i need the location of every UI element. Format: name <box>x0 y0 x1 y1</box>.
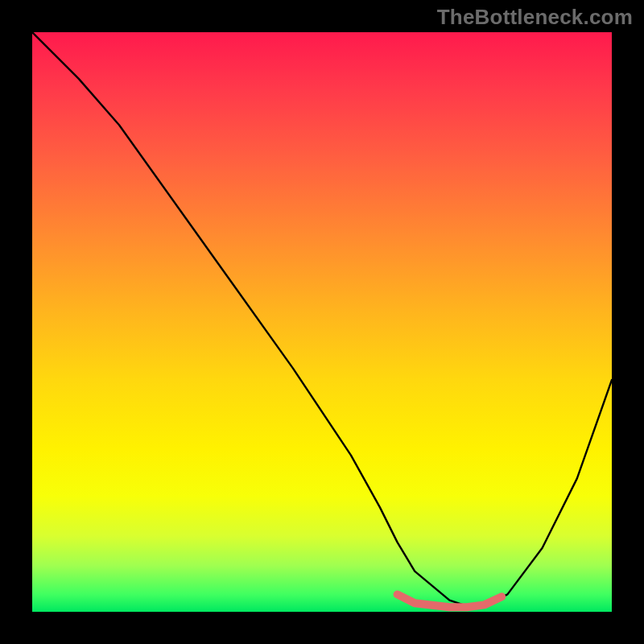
main-curve <box>32 32 612 606</box>
curve-layer <box>32 32 612 612</box>
watermark-text: TheBottleneck.com <box>437 5 633 30</box>
plot-area <box>32 32 612 612</box>
chart-frame: TheBottleneck.com <box>0 0 644 644</box>
